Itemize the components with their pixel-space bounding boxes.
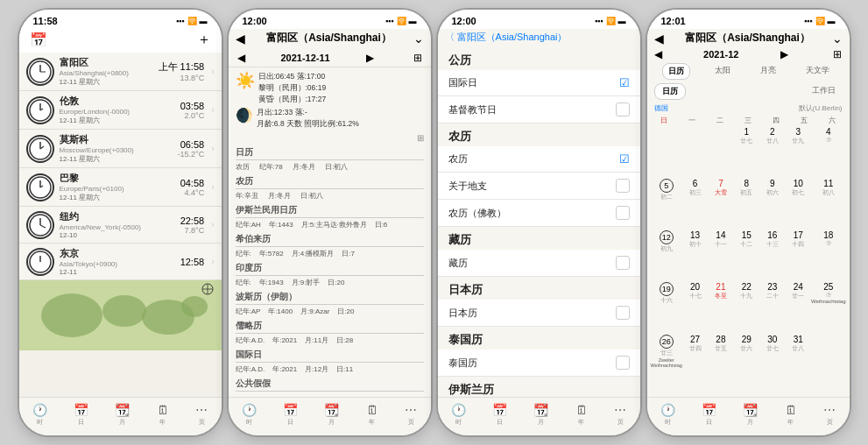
nav-year4[interactable]: 🗓年 [785, 403, 797, 427]
tab-sun[interactable]: 太阳 [709, 63, 736, 80]
option-ribenli[interactable]: 日本历 [438, 300, 640, 327]
nav-month4[interactable]: 📆月 [743, 403, 758, 427]
zangli-label: 藏历 [448, 257, 468, 270]
nav-month3[interactable]: 📆月 [533, 403, 548, 427]
nav-time2[interactable]: 🕐时 [242, 403, 257, 427]
tab-calendar[interactable]: 日历 [662, 63, 690, 80]
nav-day3[interactable]: 📅日 [492, 403, 507, 427]
subtab-workday[interactable]: 工作日 [805, 83, 843, 100]
phone3-bottom-nav: 🕐时 📅日 📆月 🗓年 ⋯页 [438, 397, 640, 435]
weekday-fri: 五 [790, 115, 818, 126]
phone2-status-icons: ▪▪▪ 🛜 ▬ [385, 17, 417, 25]
section-ribenli: 日本历 [438, 277, 640, 300]
nav-year[interactable]: 🗓年 [157, 403, 169, 427]
next-day-icon[interactable]: ▶ [366, 52, 374, 64]
guojiri-check: ☑ [619, 76, 630, 89]
day-25[interactable]: 25 ⑦ Weihnachtstag [811, 281, 846, 333]
filter2-icon[interactable]: ⊞ [417, 133, 424, 143]
nav-time4[interactable]: 🕐时 [660, 403, 675, 427]
back-button[interactable]: 〈 富阳区（Asia/Shanghai） [445, 31, 568, 44]
option-nongli[interactable]: 农历 ☑ [438, 146, 640, 173]
option-dizhi[interactable]: 关于地支 [438, 173, 640, 200]
prev-month-icon[interactable]: ◀ [654, 32, 664, 46]
clock-info-fuyang: 富阳区 Asia/Shanghai(+0800) 12-11 星期六 [60, 56, 153, 87]
day-23[interactable]: 23二十 [759, 281, 785, 333]
nav-page2[interactable]: ⋯页 [405, 403, 417, 427]
day-6[interactable]: 6初三 [682, 178, 708, 230]
nav-month2[interactable]: 📆月 [324, 403, 339, 427]
moscow-date: 12-11 星期六 [60, 154, 173, 164]
day-8[interactable]: 8初五 [734, 178, 759, 230]
nav-year2[interactable]: 🗓年 [366, 403, 378, 427]
filter-icon[interactable]: ⊞ [413, 52, 422, 64]
day-20[interactable]: 20十七 [682, 281, 708, 333]
day-21[interactable]: 21冬至 [708, 281, 733, 333]
day-10[interactable]: 10初七 [785, 178, 810, 230]
option-jidujiao[interactable]: 基督教节日 [438, 96, 640, 124]
day-15[interactable]: 15十二 [734, 230, 759, 281]
day-11[interactable]: 11初八 [811, 178, 846, 230]
day-18[interactable]: 18⑦ [811, 230, 846, 281]
london-region: Europe/London(-0000) [60, 108, 175, 116]
day-14[interactable]: 14十一 [708, 230, 733, 281]
plus-icon[interactable]: ＋ [197, 31, 211, 49]
signal-icon3: ▪▪▪ [595, 17, 603, 25]
ph4-next-icon[interactable]: ▶ [780, 48, 788, 60]
nav-page3[interactable]: ⋯页 [614, 403, 626, 427]
day-29[interactable]: 29廿六 [734, 334, 759, 397]
day-24[interactable]: 24廿一 [785, 281, 810, 333]
day-19[interactable]: 19 十六 [651, 281, 682, 333]
moscow-city: 莫斯科 [60, 133, 173, 146]
day-12[interactable]: 12 初九 [651, 230, 682, 281]
day-26[interactable]: 26 廿三 ZweiterWeihnachtstag [651, 334, 682, 397]
day-4[interactable]: 4⑦ [811, 126, 846, 178]
tab-astronomy[interactable]: 天文学 [801, 63, 835, 80]
day-28[interactable]: 28廿五 [708, 334, 733, 397]
nav-page[interactable]: ⋯页 [195, 403, 208, 427]
day-5[interactable]: 5 初二 [651, 178, 682, 230]
nav-time[interactable]: 🕐时 [32, 403, 47, 427]
tokyo-city: 东京 [60, 247, 175, 260]
day-3[interactable]: 3廿九 [785, 126, 810, 178]
day-31[interactable]: 31廿八 [785, 334, 810, 397]
phone4: 12:01 ▪▪▪ 🛜 ▬ ◀ 富阳区（Asia/Shanghai） ⌄ ◀ 2… [646, 8, 851, 437]
day-9[interactable]: 9初六 [759, 178, 785, 230]
clock-info-tokyo: 东京 Asia/Tokyo(+0900) 12-11 [60, 247, 175, 276]
day-30[interactable]: 30廿七 [759, 334, 785, 397]
nav-day4[interactable]: 📅日 [702, 403, 716, 427]
ph4-prev-icon[interactable]: ◀ [654, 48, 662, 60]
option-guojiri[interactable]: 国际日 ☑ [438, 70, 640, 96]
day-7[interactable]: 7大雪 [708, 178, 733, 230]
ph4-dropdown-icon[interactable]: ⌄ [832, 32, 843, 46]
prev-day-icon[interactable]: ◀ [237, 52, 245, 64]
day-1[interactable]: 1廿七 [734, 126, 759, 178]
day-16[interactable]: 16十三 [759, 230, 785, 281]
day-27[interactable]: 27廿四 [682, 334, 708, 397]
phone2-title: 富阳区（Asia/Shanghai） [245, 31, 413, 46]
ribenli-check [616, 306, 630, 320]
fuyang-temp: 13.8°C [159, 74, 205, 82]
day-2[interactable]: 2廿八 [759, 126, 785, 178]
nav-time3[interactable]: 🕐时 [451, 403, 466, 427]
dropdown-icon[interactable]: ⌄ [413, 32, 424, 46]
tab-moon[interactable]: 月亮 [755, 63, 781, 80]
nav-day2[interactable]: 📅日 [283, 403, 298, 427]
fuyang-region: Asia/Shanghai(+0800) [60, 69, 153, 77]
day-22[interactable]: 22十九 [734, 281, 759, 333]
day-13[interactable]: 13初十 [682, 230, 708, 281]
calendar-icon[interactable]: 📅 [30, 32, 47, 48]
month-nav-icon: 📆 [115, 403, 130, 417]
prev-icon[interactable]: ◀ [236, 32, 245, 46]
option-zangli[interactable]: 藏历 [438, 250, 640, 277]
option-nongli-buddha[interactable]: 农历（佛教） [438, 200, 640, 227]
paris-city: 巴黎 [60, 172, 175, 185]
nav-year3[interactable]: 🗓年 [575, 403, 588, 427]
solunar-section: ☀️ 日出:06:45 落:17:00 黎明（民用）:06:19 黄昏（民用）:… [236, 71, 424, 130]
nav-month[interactable]: 📆月 [115, 403, 130, 427]
option-taiguoli[interactable]: 泰国历 [438, 350, 640, 377]
nav-page4[interactable]: ⋯页 [823, 403, 836, 427]
day-17[interactable]: 17十四 [785, 230, 810, 281]
ph4-filter-icon[interactable]: ⊞ [833, 48, 842, 60]
subtab-calendar[interactable]: 日历 [654, 83, 686, 100]
nav-day[interactable]: 📅日 [74, 403, 88, 427]
